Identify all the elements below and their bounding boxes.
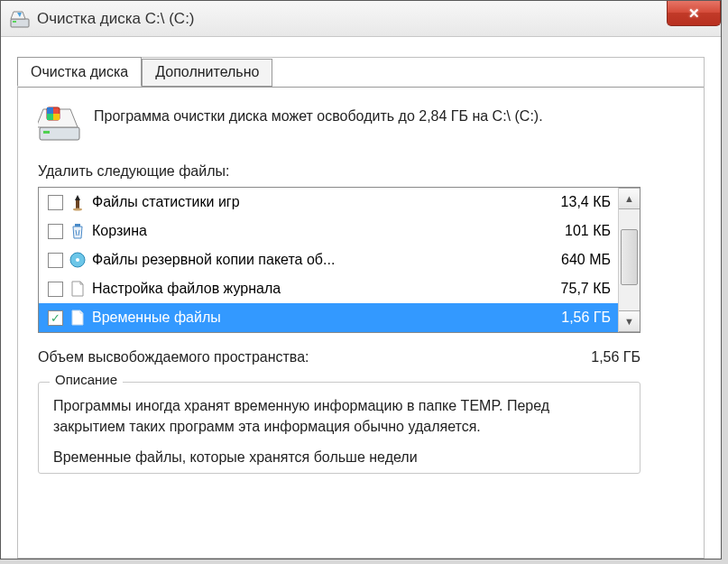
list-item[interactable]: ✓ Временные файлы 1,56 ГБ (39, 303, 618, 332)
svg-point-9 (73, 208, 82, 211)
total-label: Объем высвобождаемого пространства: (38, 349, 309, 365)
item-label: Настройка файлов журнала (92, 281, 530, 297)
recycle-bin-icon (69, 222, 87, 240)
description-legend: Описание (50, 372, 123, 387)
window-title: Очистка диска C:\ (C:) (37, 10, 195, 28)
item-label: Корзина (92, 223, 530, 239)
svg-rect-0 (11, 19, 29, 27)
checkbox[interactable] (48, 253, 63, 268)
description-group: Описание Программы иногда хранят временн… (38, 382, 640, 474)
svg-rect-8 (76, 200, 79, 208)
svg-point-12 (76, 258, 79, 262)
checkbox[interactable]: ✓ (48, 310, 63, 326)
scroll-thumb[interactable] (621, 229, 638, 285)
dialog-panel: Очистка диска Дополнительно (17, 57, 705, 559)
item-size: 101 КБ (530, 223, 611, 239)
tab-cleanup[interactable]: Очистка диска (17, 57, 142, 87)
intro-row: Программа очистки диска может освободить… (38, 104, 684, 143)
item-label: Файлы статистики игр (92, 194, 530, 210)
list-item[interactable]: Настройка файлов журнала 75,7 КБ (39, 274, 618, 303)
total-row: Объем высвобождаемого пространства: 1,56… (38, 349, 640, 365)
scroll-up-button[interactable]: ▲ (619, 188, 640, 209)
temp-file-icon (69, 309, 87, 327)
svg-rect-3 (43, 131, 50, 134)
intro-text: Программа очистки диска может освободить… (94, 104, 543, 126)
tab-content: Программа очистки диска может освободить… (18, 87, 704, 552)
description-cutline: Временные файлы, которые хранятся больше… (53, 449, 625, 466)
file-list-body: Файлы статистики игр 13,4 КБ Корзина 101… (39, 188, 618, 332)
svg-rect-6 (53, 114, 60, 120)
backup-files-icon (69, 251, 87, 269)
scroll-track[interactable] (619, 209, 640, 310)
list-item[interactable]: Файлы статистики игр 13,4 КБ (39, 188, 618, 217)
disk-cleanup-window: Очистка диска C:\ (C:) ✕ Очистка диска Д… (0, 0, 722, 559)
close-button[interactable]: ✕ (667, 1, 721, 26)
svg-rect-10 (75, 224, 80, 227)
log-file-icon (69, 280, 87, 298)
checkbox[interactable] (48, 282, 63, 297)
item-size: 1,56 ГБ (530, 310, 611, 326)
item-size: 640 МБ (530, 252, 611, 268)
svg-rect-5 (47, 107, 53, 114)
description-body: Программы иногда хранят временную информ… (53, 395, 625, 437)
scrollbar[interactable]: ▲ ▼ (618, 188, 640, 332)
checkbox[interactable] (48, 195, 63, 210)
item-label: Временные файлы (92, 310, 530, 326)
game-stats-icon (69, 193, 87, 211)
item-label: Файлы резервной копии пакета об... (92, 252, 530, 268)
total-value: 1,56 ГБ (591, 349, 640, 365)
tab-more-options[interactable]: Дополнительно (142, 59, 272, 87)
svg-rect-7 (47, 114, 53, 120)
content-area: Очистка диска Дополнительно (1, 37, 721, 559)
disk-cleanup-app-icon (10, 10, 30, 28)
titlebar[interactable]: Очистка диска C:\ (C:) ✕ (1, 1, 721, 37)
file-list: Файлы статистики игр 13,4 КБ Корзина 101… (38, 187, 640, 333)
svg-rect-1 (13, 21, 16, 23)
list-item[interactable]: Файлы резервной копии пакета об... 640 М… (39, 245, 618, 274)
list-item[interactable]: Корзина 101 КБ (39, 217, 618, 245)
item-size: 75,7 КБ (530, 281, 611, 297)
drive-cleanup-icon (38, 104, 81, 143)
close-icon: ✕ (688, 5, 700, 22)
scroll-down-button[interactable]: ▼ (619, 310, 640, 332)
files-to-delete-label: Удалить следующие файлы: (38, 163, 684, 180)
checkbox[interactable] (48, 224, 63, 239)
tab-strip: Очистка диска Дополнительно (17, 57, 704, 87)
item-size: 13,4 КБ (530, 194, 611, 210)
